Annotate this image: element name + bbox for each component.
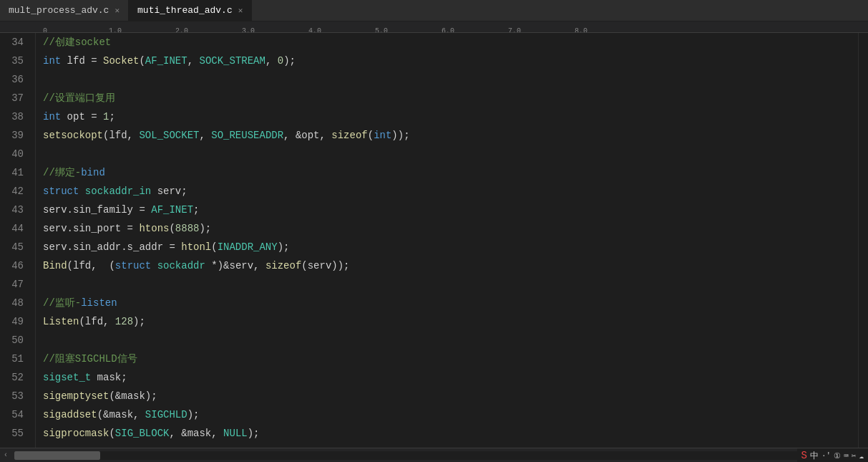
code-line-34: //创建socket xyxy=(43,33,858,52)
tray-lang-icon: 中 xyxy=(810,450,819,462)
line-num-49: 49 xyxy=(0,312,29,331)
ruler-mark-20: 2,0 xyxy=(175,27,188,34)
line-num-43: 43 xyxy=(0,201,29,219)
tab-mult-process[interactable]: mult_process_adv.c ✕ xyxy=(0,0,129,21)
code-line-47 xyxy=(43,275,858,294)
code-line-38: int opt = 1 ; xyxy=(43,107,858,126)
line-num-38: 38 xyxy=(0,107,29,126)
line-num-52: 52 xyxy=(0,368,29,387)
line-num-45: 45 xyxy=(0,238,29,256)
code-line-48: //监听- listen xyxy=(43,294,858,312)
code-line-55: sigprocmask ( SIG_BLOCK , &mask, NULL ); xyxy=(43,424,858,443)
line-num-51: 51 xyxy=(0,350,29,368)
tab-close-1[interactable]: ✕ xyxy=(114,6,120,15)
line-num-39: 39 xyxy=(0,126,29,145)
code-line-40 xyxy=(43,145,858,163)
code-line-54: sigaddset (&mask, SIGCHLD ); xyxy=(43,405,858,424)
code-line-53: sigemptyset (&mask); xyxy=(43,387,858,405)
line-num-55: 55 xyxy=(0,424,29,443)
ruler: 0 1,0 2,0 3,0 4,0 5,0 6,0 7,0 8,0 xyxy=(0,21,868,33)
code-line-51: //阻塞SIGCHLD信号 xyxy=(43,350,858,368)
tray-dot-icon: ·' xyxy=(821,451,831,460)
line-num-48: 48 xyxy=(0,294,29,312)
code-line-37: //设置端口复用 xyxy=(43,89,858,107)
line-num-37: 37 xyxy=(0,89,29,107)
horizontal-scrollbar-thumb[interactable] xyxy=(14,451,100,460)
vertical-scrollbar[interactable] xyxy=(858,33,868,448)
line-num-35: 35 xyxy=(0,52,29,70)
bottom-bar: ‹ › S 中 ·' ① ⌨ ✂ ☁ xyxy=(0,448,868,462)
tab-bar: mult_process_adv.c ✕ muti_thread_adv.c ✕ xyxy=(0,0,868,21)
tab-label-2: muti_thread_adv.c xyxy=(137,5,233,16)
line-num-36: 36 xyxy=(0,70,29,89)
code-line-45: serv.sin_addr.s_addr = htonl ( INADDR_AN… xyxy=(43,238,858,256)
ruler-mark-40: 4,0 xyxy=(308,27,321,34)
line-num-44: 44 xyxy=(0,219,29,238)
code-line-46: Bind (lfd, ( struct sockaddr *)&serv, si… xyxy=(43,256,858,275)
code-line-43: serv.sin_family = AF_INET ; xyxy=(43,201,858,219)
ruler-mark-70: 7,0 xyxy=(508,27,521,34)
code-line-44: serv.sin_port = htons ( 8888 ); xyxy=(43,219,858,238)
code-line-35: int lfd = Socket ( AF_INET , SOCK_STREAM… xyxy=(43,52,858,70)
code-content[interactable]: //创建socket int lfd = Socket ( AF_INET , … xyxy=(36,33,858,448)
ruler-mark-10: 1,0 xyxy=(109,27,122,34)
ruler-mark-60: 6,0 xyxy=(442,27,454,34)
line-num-50: 50 xyxy=(0,331,29,350)
line-numbers: 34 35 36 37 38 39 40 41 42 43 44 45 46 4… xyxy=(0,33,36,448)
line-num-40: 40 xyxy=(0,145,29,163)
system-tray: S 中 ·' ① ⌨ ✂ ☁ xyxy=(797,448,868,462)
ruler-mark-30: 3,0 xyxy=(242,27,255,34)
ruler-mark-0: 0 xyxy=(43,27,47,34)
line-num-42: 42 xyxy=(0,182,29,201)
code-line-50 xyxy=(43,331,858,350)
code-line-41: //绑定- bind xyxy=(43,163,858,182)
code-line-36 xyxy=(43,70,858,89)
tab-muti-thread[interactable]: muti_thread_adv.c ✕ xyxy=(129,0,252,21)
code-line-42: struct sockaddr_in serv; xyxy=(43,182,858,201)
line-num-41: 41 xyxy=(0,163,29,182)
tray-tool2-icon: ☁ xyxy=(859,451,864,461)
line-num-54: 54 xyxy=(0,405,29,424)
tray-emoji-icon: ① xyxy=(834,451,841,461)
tab-label-1: mult_process_adv.c xyxy=(9,5,109,16)
code-line-52: sigset_t mask; xyxy=(43,368,858,387)
line-num-34: 34 xyxy=(0,33,29,52)
ruler-mark-80: 8,0 xyxy=(575,27,587,34)
code-line-39: setsockopt (lfd, SOL_SOCKET , SO_REUSEAD… xyxy=(43,126,858,145)
line-num-47: 47 xyxy=(0,275,29,294)
line-num-53: 53 xyxy=(0,387,29,405)
ruler-mark-50: 5,0 xyxy=(375,27,388,34)
tab-close-2[interactable]: ✕ xyxy=(238,6,243,15)
tray-s-icon: S xyxy=(801,450,807,461)
editor: 34 35 36 37 38 39 40 41 42 43 44 45 46 4… xyxy=(0,33,868,448)
line-num-46: 46 xyxy=(0,256,29,275)
tray-keyboard-icon: ⌨ xyxy=(844,451,849,461)
scroll-left-arrow[interactable]: ‹ xyxy=(0,448,11,463)
horizontal-scrollbar-track[interactable] xyxy=(14,451,854,460)
tray-tool1-icon: ✂ xyxy=(852,451,857,461)
code-line-49: Listen (lfd, 128 ); xyxy=(43,312,858,331)
